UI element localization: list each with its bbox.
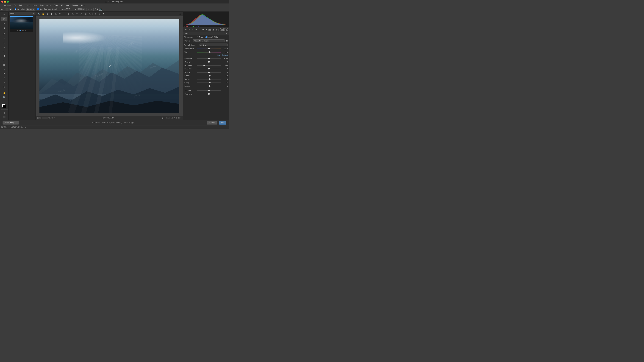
auto-btn[interactable]: Auto xyxy=(217,54,220,56)
menu-file[interactable]: File xyxy=(12,4,18,6)
expand-icon[interactable]: ▶ xyxy=(25,126,26,128)
ok-button[interactable]: OK xyxy=(219,121,226,125)
menu-image[interactable]: Image xyxy=(24,4,31,6)
move-tool[interactable]: ✛ xyxy=(2,12,7,17)
next-image-icon[interactable]: ▶ xyxy=(164,117,165,119)
close-button[interactable] xyxy=(1,1,3,3)
menu-view[interactable]: View xyxy=(64,4,71,6)
quick-mask-mode[interactable]: ◎ xyxy=(2,110,7,114)
cr-straighten[interactable]: ↔ xyxy=(62,12,66,16)
lasso-tool[interactable]: ⊕ xyxy=(2,21,7,25)
film-thumbnail[interactable]: _DSC5083.ARW xyxy=(10,16,33,32)
cr-hand-tool[interactable]: ✋ xyxy=(41,12,45,16)
settings-icon-3[interactable]: ≡ xyxy=(180,117,182,119)
contrast-slider-thumb[interactable] xyxy=(208,61,210,63)
menu-layer[interactable]: Layer xyxy=(32,4,38,6)
home-icon[interactable]: ⌂ xyxy=(1,8,3,11)
clarity-slider-track[interactable] xyxy=(197,82,221,83)
temperature-slider-track[interactable] xyxy=(197,48,221,49)
minimize-button[interactable] xyxy=(4,1,6,3)
exposure-slider-track[interactable] xyxy=(197,58,221,59)
tint-slider-track[interactable] xyxy=(197,52,221,52)
save-image-button[interactable]: Save Image... xyxy=(2,121,19,125)
vibrance-slider-thumb[interactable] xyxy=(208,90,210,91)
stamp-tool[interactable]: ⊙ xyxy=(2,49,7,53)
more-options-icon[interactable]: ••• xyxy=(75,8,76,10)
profile-grid-icon[interactable]: ⊟ xyxy=(226,40,228,42)
shadows-slider-track[interactable] xyxy=(197,69,221,69)
cr-rotate-ccw[interactable]: ↺ xyxy=(98,12,102,16)
profile-select[interactable]: Adobe Monochrome xyxy=(193,39,225,42)
shape-tool[interactable]: ◻ xyxy=(2,85,7,89)
redo-icon[interactable]: ↪ xyxy=(90,8,92,10)
cr-radial-filter[interactable]: ◎ xyxy=(88,12,92,16)
menu-type[interactable]: Type xyxy=(38,4,45,6)
highlights-slider-track[interactable] xyxy=(197,65,221,66)
bw-radio[interactable]: Black & White xyxy=(205,36,218,38)
texture-slider-thumb[interactable] xyxy=(209,78,210,80)
cr-wb-tool[interactable]: ⊕ xyxy=(46,12,49,16)
auto-select-checkbox[interactable] xyxy=(14,8,16,10)
align-icon-6[interactable]: ⊟ xyxy=(70,8,72,10)
cr-rotate-cw[interactable]: ↻ xyxy=(102,12,106,16)
temperature-slider-thumb[interactable] xyxy=(208,48,210,49)
path-selection[interactable]: ↖ xyxy=(2,80,7,84)
cr-adjustment-brush[interactable]: 🖌 xyxy=(80,12,83,16)
settings-icon-2[interactable]: ⊞ xyxy=(178,117,180,119)
crop-tool[interactable]: ⊞ xyxy=(2,32,7,36)
zoom-dropdown[interactable]: ▼ xyxy=(54,117,55,119)
dehaze-slider-thumb[interactable] xyxy=(209,85,210,87)
align-icon-1[interactable]: ⊟ xyxy=(60,8,62,10)
cr-fullscreen[interactable]: ⛶ xyxy=(178,12,182,16)
transform-checkbox[interactable] xyxy=(38,8,39,10)
color-radio-btn[interactable] xyxy=(197,36,198,38)
cr-grad-filter[interactable]: ▤ xyxy=(84,12,88,16)
saturation-slider-track[interactable] xyxy=(197,94,221,94)
whites-slider-track[interactable] xyxy=(197,72,221,73)
transform-icon[interactable]: ⬡ xyxy=(95,8,96,10)
basic-section-header[interactable]: Basic ≡ xyxy=(183,32,229,35)
color-radio[interactable]: Color xyxy=(197,36,203,38)
cr-preferences[interactable]: ⚙ xyxy=(94,12,97,16)
hand-tool[interactable]: ✋ xyxy=(2,91,7,95)
zoom-tool[interactable]: 🔍 xyxy=(2,95,7,99)
history-brush[interactable]: ↺ xyxy=(2,54,7,58)
exposure-slider-thumb[interactable] xyxy=(208,58,210,59)
align-icon-5[interactable]: ☷ xyxy=(68,8,70,10)
type-tool[interactable]: T xyxy=(2,76,7,80)
menu-help[interactable]: Help xyxy=(80,4,86,6)
cr-crop-tool[interactable]: ⬚ xyxy=(58,12,62,16)
shadows-slider-thumb[interactable] xyxy=(208,68,210,70)
magic-wand-tool[interactable]: ⊗ xyxy=(2,26,7,30)
camera-icon[interactable]: 📷 xyxy=(99,8,102,10)
default-btn[interactable]: Default xyxy=(222,54,228,56)
menu-select[interactable]: Select xyxy=(45,4,52,6)
cr-zoom-tool[interactable]: 🔍 xyxy=(37,12,41,16)
menu-window[interactable]: Window xyxy=(71,4,80,6)
texture-slider-track[interactable] xyxy=(197,79,221,79)
maximize-button[interactable] xyxy=(7,1,9,3)
bw-radio-btn[interactable] xyxy=(205,36,207,38)
zoom-input[interactable] xyxy=(42,117,48,119)
whites-slider-thumb[interactable] xyxy=(208,71,210,73)
highlights-slider-thumb[interactable] xyxy=(204,64,205,66)
color-swatch[interactable] xyxy=(2,104,7,108)
tool-selector[interactable]: ▼ xyxy=(9,8,12,10)
foreground-color[interactable] xyxy=(3,105,6,108)
dodge-tool[interactable]: ○ xyxy=(2,67,7,71)
menu-filter[interactable]: Filter xyxy=(53,4,59,6)
cr-targeted-adjustment[interactable]: ◉ xyxy=(54,12,58,16)
cr-color-sampler[interactable]: ✚ xyxy=(50,12,54,16)
align-icon-3[interactable]: ⊡ xyxy=(64,8,66,10)
cancel-button[interactable]: Cancel xyxy=(207,121,217,125)
filmstrip-menu-icon[interactable]: ≡ xyxy=(33,12,34,14)
align-icon-2[interactable]: ⊠ xyxy=(62,8,64,10)
tint-slider-thumb[interactable] xyxy=(209,51,210,53)
saturation-slider-thumb[interactable] xyxy=(208,93,210,95)
pen-tool[interactable]: ✒ xyxy=(2,71,7,76)
gradient-tool[interactable]: ▦ xyxy=(2,63,7,67)
prev-image-icon[interactable]: ◀ xyxy=(162,117,163,119)
vibrance-slider-track[interactable] xyxy=(197,90,221,91)
eraser-tool[interactable]: ◻ xyxy=(2,58,7,62)
move-tool-icon[interactable]: ✛ xyxy=(6,8,8,10)
